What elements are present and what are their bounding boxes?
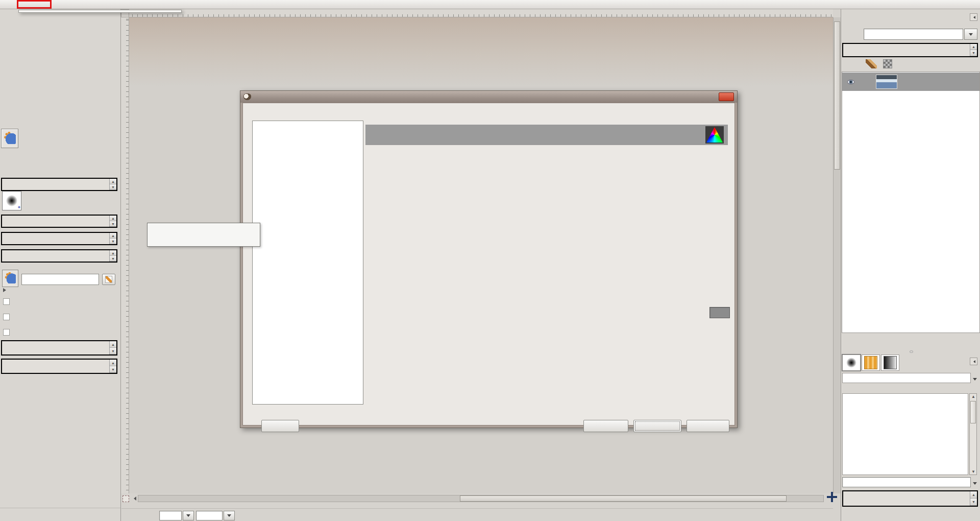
- brush-preview-button[interactable]: +: [2, 191, 21, 210]
- navigation-cross-icon[interactable]: [827, 492, 837, 502]
- horizontal-scrollbar[interactable]: [138, 495, 824, 502]
- motion-only-checkbox[interactable]: [3, 329, 10, 336]
- vertical-ruler[interactable]: [121, 17, 129, 493]
- gimp-wilber-icon: [243, 93, 251, 100]
- chevron-down-icon: [227, 514, 231, 519]
- chevron-right-icon: [3, 288, 8, 292]
- brush-scroll-thumb[interactable]: [970, 401, 976, 423]
- edit-dynamics-button[interactable]: [102, 274, 115, 285]
- close-button[interactable]: [719, 92, 734, 101]
- menubar: [0, 0, 980, 9]
- jitter-checkbox-row[interactable]: [3, 298, 13, 305]
- dialog-titlebar[interactable]: [240, 91, 737, 103]
- preferences-tree: [252, 121, 363, 405]
- quickmask-toggle[interactable]: [122, 495, 129, 502]
- layer-thumbnail[interactable]: [876, 75, 897, 89]
- dynamics-button[interactable]: [2, 270, 18, 287]
- help-button[interactable]: [261, 420, 299, 432]
- gimp-window: ▲▼ + ▲▼ ▲▼ ▲▼: [0, 0, 980, 521]
- aspect-ratio-slider[interactable]: ▲▼: [1, 232, 117, 245]
- airbrush-icon: [4, 132, 16, 144]
- dock-drag-handle[interactable]: [910, 350, 913, 353]
- smooth-stroke-checkbox[interactable]: [3, 314, 10, 320]
- brush-scrollbar[interactable]: ▲ ▼: [969, 393, 977, 475]
- brush-tag-select[interactable]: [842, 477, 971, 487]
- tooltip: [147, 223, 260, 247]
- brush-spacing-slider[interactable]: ▲▼: [842, 490, 978, 507]
- layer-opacity-slider[interactable]: ▲▼: [842, 43, 978, 57]
- gamut-color-swatch[interactable]: [709, 307, 730, 318]
- layer-buttons: [841, 335, 980, 348]
- rate-slider[interactable]: ▲▼: [1, 340, 117, 356]
- unit-select-arrow[interactable]: [183, 511, 194, 520]
- edit-menu: [18, 10, 182, 13]
- brush-grid: [842, 393, 968, 475]
- brush-thumbnail: [6, 195, 17, 206]
- section-header: [365, 125, 728, 145]
- dynamics-options-expander[interactable]: [3, 288, 11, 292]
- reset-button[interactable]: [583, 420, 628, 432]
- smooth-stroke-checkbox-row[interactable]: [3, 314, 13, 320]
- ok-button[interactable]: [633, 420, 681, 432]
- hscroll-thumb[interactable]: [460, 495, 787, 502]
- brushes-footer: [841, 510, 980, 521]
- layer-list: [842, 72, 980, 333]
- patterns-tab[interactable]: [862, 354, 880, 371]
- tag-arrow-icon[interactable]: [973, 482, 977, 487]
- tool-options-footer: [0, 508, 120, 520]
- flow-slider[interactable]: ▲▼: [1, 359, 117, 374]
- tool-opacity-slider[interactable]: ▲▼: [1, 178, 117, 191]
- color-management-icon: [705, 126, 724, 144]
- dynamics-icon: [5, 272, 16, 283]
- chevron-left-icon: [972, 360, 975, 363]
- angle-slider[interactable]: ▲▼: [1, 249, 117, 263]
- horizontal-ruler[interactable]: [129, 9, 833, 17]
- vertical-scrollbar[interactable]: [833, 17, 841, 493]
- zoom-select[interactable]: [196, 511, 223, 520]
- chevron-down-icon: [969, 33, 973, 38]
- chevron-left-icon: [972, 16, 975, 19]
- filter-arrow-icon[interactable]: [973, 378, 977, 383]
- lock-alpha-icon[interactable]: [883, 59, 892, 68]
- edit-pencil-icon: [105, 276, 112, 283]
- toolbox-panel: ▲▼ + ▲▼ ▲▼ ▲▼: [0, 9, 121, 521]
- dynamics-input[interactable]: [21, 274, 99, 285]
- hscroll-left-arrow[interactable]: [131, 495, 137, 502]
- layer-row[interactable]: [842, 73, 979, 91]
- brush-tab-icon: [846, 358, 856, 368]
- unit-select[interactable]: [159, 511, 182, 520]
- lock-pixels-icon[interactable]: [866, 59, 877, 68]
- statusbar: [121, 508, 833, 521]
- chevron-down-icon: [186, 514, 190, 519]
- gradients-tab[interactable]: [881, 354, 899, 371]
- dialog-body: [242, 103, 735, 425]
- airbrush-tool-button[interactable]: [1, 129, 18, 148]
- brushes-menu-button[interactable]: [970, 358, 977, 365]
- gradient-tab-icon: [884, 356, 897, 369]
- layer-mode-select[interactable]: [864, 29, 963, 40]
- jitter-checkbox[interactable]: [3, 298, 10, 305]
- zoom-select-arrow[interactable]: [224, 511, 235, 520]
- motion-only-checkbox-row[interactable]: [3, 329, 13, 336]
- visibility-eye-icon[interactable]: [847, 80, 854, 84]
- dock-menu-button[interactable]: [970, 13, 977, 21]
- layer-mode-arrow[interactable]: [964, 29, 977, 40]
- cancel-button[interactable]: [687, 420, 729, 432]
- image-top-band: [129, 17, 833, 86]
- brushes-tab[interactable]: [842, 354, 861, 371]
- pattern-tab-icon: [864, 356, 877, 369]
- brush-filter-input[interactable]: [842, 373, 971, 383]
- brush-size-slider[interactable]: ▲▼: [1, 215, 117, 228]
- preferences-dialog: [240, 90, 738, 428]
- vscroll-thumb[interactable]: [834, 21, 840, 170]
- right-dock: ▲▼ ▲ ▼: [841, 9, 980, 521]
- brushes-tabbar: [841, 353, 980, 371]
